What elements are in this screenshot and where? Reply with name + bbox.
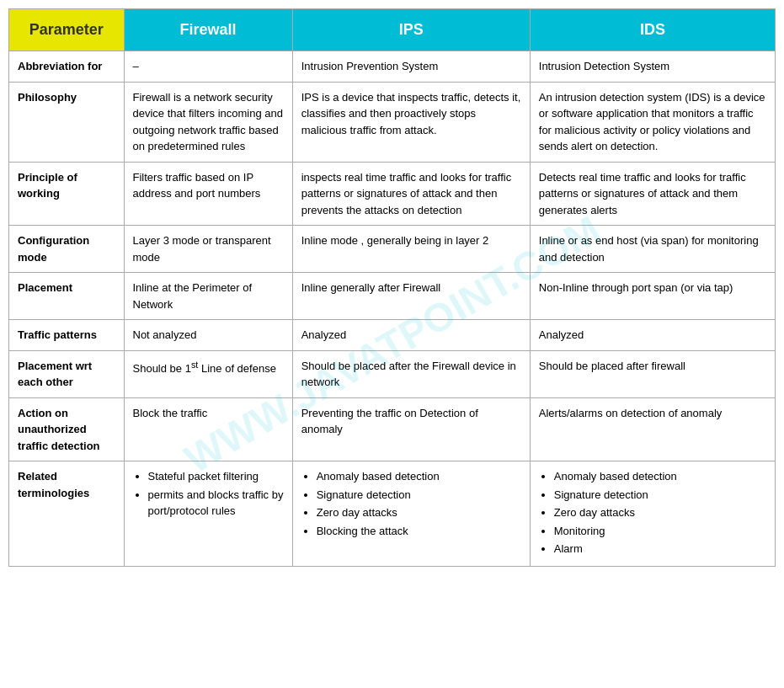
cell-firewall: Not analyzed — [124, 320, 292, 351]
table-row: PlacementInline at the Perimeter of Netw… — [9, 273, 776, 320]
cell-ips: Preventing the traffic on Detection of a… — [292, 397, 530, 461]
comparison-table: Parameter Firewall IPS IDS Abbreviation … — [8, 8, 776, 567]
header-firewall: Firewall — [124, 9, 292, 51]
header-ids: IDS — [530, 9, 775, 51]
cell-ips: inspects real time traffic and looks for… — [292, 162, 530, 226]
header-ips: IPS — [292, 9, 530, 51]
cell-firewall: Firewall is a network security device th… — [124, 82, 292, 162]
cell-ids: An intrusion detection system (IDS) is a… — [530, 82, 775, 162]
table-row: Configuration modeLayer 3 mode or transp… — [9, 226, 776, 273]
cell-firewall: – — [124, 51, 292, 83]
cell-ids: Analyzed — [530, 320, 775, 351]
cell-param: Related terminologies — [9, 461, 125, 567]
cell-ips: Should be placed after the Firewall devi… — [292, 350, 530, 397]
cell-firewall: Block the traffic — [124, 397, 292, 461]
cell-firewall: Layer 3 mode or transparent mode — [124, 226, 292, 273]
cell-param: Placement wrt each other — [9, 350, 125, 397]
cell-firewall: Should be 1st Line of defense — [124, 350, 292, 397]
table-row: Traffic patternsNot analyzedAnalyzedAnal… — [9, 320, 776, 351]
cell-param: Placement — [9, 273, 125, 320]
cell-ids: Non-Inline through port span (or via tap… — [530, 273, 775, 320]
list-item: Zero day attacks — [554, 504, 766, 521]
table-row: Abbreviation for–Intrusion Prevention Sy… — [9, 51, 776, 83]
list-item: Anomaly based detection — [554, 468, 766, 485]
list-item: Zero day attacks — [317, 504, 521, 521]
list-item: Signature detection — [554, 487, 766, 504]
cell-ips: Intrusion Prevention System — [292, 51, 530, 83]
cell-ips: Anomaly based detectionSignature detecti… — [292, 461, 530, 567]
table-row: Action on unauthorized traffic detection… — [9, 397, 776, 461]
cell-param: Configuration mode — [9, 226, 125, 273]
cell-ips: IPS is a device that inspects traffic, d… — [292, 82, 530, 162]
header-param: Parameter — [9, 9, 125, 51]
cell-firewall: Stateful packet filteringpermits and blo… — [124, 461, 292, 567]
cell-ids: Inline or as end host (via span) for mon… — [530, 226, 775, 273]
cell-ids: Alerts/alarms on detection of anomaly — [530, 397, 775, 461]
cell-ips: Inline generally after Firewall — [292, 273, 530, 320]
cell-ids: Detects real time traffic and looks for … — [530, 162, 775, 226]
cell-param: Abbreviation for — [9, 51, 125, 83]
table-row: Related terminologiesStateful packet fil… — [9, 461, 776, 567]
cell-firewall: Filters traffic based on IP address and … — [124, 162, 292, 226]
cell-ids: Anomaly based detectionSignature detecti… — [530, 461, 775, 567]
table-row: Placement wrt each otherShould be 1st Li… — [9, 350, 776, 397]
cell-param: Philosophy — [9, 82, 125, 162]
list-item: Signature detection — [317, 487, 521, 504]
list-item: Monitoring — [554, 523, 766, 540]
cell-ids: Should be placed after firewall — [530, 350, 775, 397]
table-row: Principle of workingFilters traffic base… — [9, 162, 776, 226]
list-item: permits and blocks traffic by port/proto… — [148, 487, 284, 520]
cell-param: Action on unauthorized traffic detection — [9, 397, 125, 461]
list-item: Alarm — [554, 541, 766, 557]
cell-param: Traffic patterns — [9, 320, 125, 351]
list-item: Anomaly based detection — [317, 468, 521, 485]
list-item: Stateful packet filtering — [148, 468, 284, 485]
table-row: PhilosophyFirewall is a network security… — [9, 82, 776, 162]
cell-ips: Analyzed — [292, 320, 530, 351]
cell-firewall: Inline at the Perimeter of Network — [124, 273, 292, 320]
cell-ids: Intrusion Detection System — [530, 51, 775, 83]
cell-ips: Inline mode , generally being in layer 2 — [292, 226, 530, 273]
cell-param: Principle of working — [9, 162, 125, 226]
list-item: Blocking the attack — [317, 523, 521, 540]
